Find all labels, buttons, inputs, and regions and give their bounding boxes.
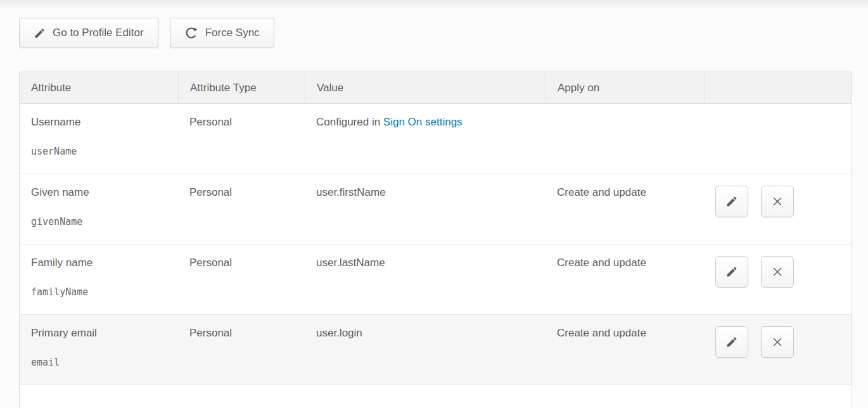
- close-icon: [770, 335, 784, 349]
- column-header-value: Value: [305, 72, 546, 103]
- delete-attribute-button[interactable]: [761, 326, 794, 358]
- column-header-attribute-type: Attribute Type: [178, 72, 305, 103]
- attribute-variable-name: userName: [31, 146, 172, 157]
- edit-attribute-button[interactable]: [715, 326, 748, 358]
- close-icon: [770, 194, 784, 208]
- top-divider: [0, 0, 868, 9]
- attribute-variable-name: givenName: [31, 216, 172, 227]
- pencil-icon: [725, 336, 738, 348]
- column-header-actions: [704, 72, 852, 103]
- table-row: Username userName Personal Configured in…: [20, 104, 852, 174]
- go-to-profile-editor-button[interactable]: Go to Profile Editor: [19, 18, 158, 48]
- attribute-value: user.login: [305, 315, 546, 385]
- attribute-type: Personal: [178, 104, 305, 174]
- sign-on-settings-link[interactable]: Sign On settings: [383, 116, 463, 128]
- attribute-type: Personal: [178, 174, 305, 244]
- table-row: Given name givenName Personal user.first…: [20, 174, 852, 245]
- attribute-label: Given name: [31, 186, 172, 199]
- column-header-attribute: Attribute: [20, 72, 178, 103]
- attribute-mappings-table: Attribute Attribute Type Value Apply on …: [19, 72, 852, 408]
- attribute-label: Primary email: [31, 327, 172, 340]
- attribute-value: user.lastName: [305, 245, 546, 314]
- refresh-icon: [184, 26, 198, 40]
- pencil-icon: [34, 27, 46, 39]
- delete-attribute-button[interactable]: [761, 186, 794, 217]
- table-header: Attribute Attribute Type Value Apply on: [20, 72, 852, 104]
- delete-attribute-button[interactable]: [761, 256, 794, 288]
- attribute-variable-name: email: [31, 357, 172, 368]
- table-row: Family name familyName Personal user.las…: [20, 245, 852, 315]
- force-sync-button[interactable]: Force Sync: [170, 18, 274, 48]
- apply-on-value: Create and update: [546, 174, 704, 244]
- toolbar: Go to Profile Editor Force Sync: [0, 9, 868, 48]
- apply-on-value: Create and update: [546, 245, 704, 314]
- attribute-variable-name: familyName: [31, 286, 172, 298]
- attribute-value: user.firstName: [305, 174, 546, 244]
- force-sync-label: Force Sync: [205, 27, 260, 39]
- edit-attribute-button[interactable]: [715, 256, 748, 288]
- attribute-type: Personal: [178, 315, 305, 385]
- apply-on-value: [546, 104, 704, 174]
- column-header-apply-on: Apply on: [546, 72, 704, 103]
- attribute-type: Personal: [178, 245, 305, 314]
- pencil-icon: [725, 195, 738, 208]
- empty-row-partial: [20, 385, 852, 408]
- attribute-label: Family name: [31, 257, 172, 269]
- value-text: Configured in: [316, 116, 383, 128]
- table-row: Primary email email Personal user.login …: [20, 315, 852, 385]
- close-icon: [770, 265, 784, 279]
- apply-on-value: Create and update: [546, 315, 704, 385]
- attribute-label: Username: [31, 116, 172, 129]
- edit-attribute-button[interactable]: [715, 186, 748, 217]
- attribute-value: Configured in Sign On settings: [305, 104, 546, 174]
- go-to-profile-editor-label: Go to Profile Editor: [53, 27, 144, 39]
- pencil-icon: [725, 265, 738, 278]
